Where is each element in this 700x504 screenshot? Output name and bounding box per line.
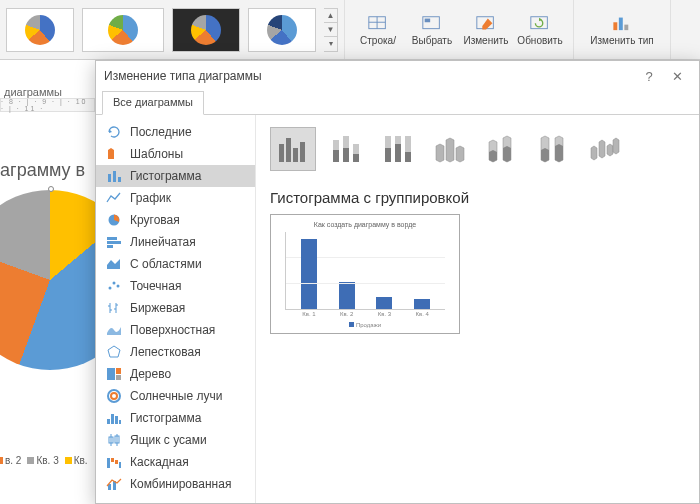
legend-swatch-icon	[349, 322, 354, 327]
svg-rect-46	[286, 138, 291, 162]
refresh-data-button[interactable]: Обновить	[515, 2, 565, 57]
preview-bar: Кв. 4	[414, 299, 430, 309]
select-data-icon	[421, 14, 443, 34]
scroll-down-icon[interactable]: ▼	[324, 23, 337, 37]
chart-type-stock[interactable]: Биржевая	[96, 297, 255, 319]
chart-type-label: Гистограмма	[130, 411, 201, 425]
svg-rect-58	[395, 144, 401, 162]
dialog-tabbar: Все диаграммы	[96, 91, 699, 115]
svg-rect-31	[107, 419, 110, 424]
chart-type-radar[interactable]: Лепестковая	[96, 341, 255, 363]
svg-rect-7	[613, 22, 617, 30]
legend-swatch-icon	[27, 457, 34, 464]
chart-type-label: Солнечные лучи	[130, 389, 222, 403]
style-thumb-2[interactable]	[82, 8, 164, 52]
subtype-100pct-stacked-column[interactable]	[374, 127, 420, 171]
change-chart-type-label: Изменить тип	[590, 36, 653, 46]
dialog-titlebar[interactable]: Изменение типа диаграммы ? ✕	[96, 61, 699, 91]
tree-icon	[106, 367, 122, 381]
change-chart-type-dialog: Изменение типа диаграммы ? ✕ Все диаграм…	[95, 60, 700, 504]
chart-type-area[interactable]: С областями	[96, 253, 255, 275]
switch-row-col-button[interactable]: Строка/	[353, 2, 403, 57]
style-thumb-3[interactable]	[172, 8, 240, 52]
chart-type-label: График	[130, 191, 171, 205]
chart-type-label: Каскадная	[130, 455, 189, 469]
chart-type-label: Ящик с усами	[130, 433, 207, 447]
chart-type-histogram[interactable]: Гистограмма	[96, 407, 255, 429]
dialog-close-button[interactable]: ✕	[663, 69, 691, 84]
subtype-title: Гистограмма с группировкой	[270, 189, 685, 206]
svg-point-19	[117, 285, 120, 288]
style-gallery-scroller[interactable]: ▲ ▼ ▾	[324, 8, 338, 52]
waterfall-icon	[106, 455, 122, 469]
preview-x-label: Кв. 2	[340, 311, 353, 317]
chart-preview[interactable]: Как создать диаграмму в ворде Кв. 1Кв. 2…	[270, 214, 460, 334]
chart-type-boxwhisk[interactable]: Ящик с усами	[96, 429, 255, 451]
chart-type-scatter[interactable]: Точечная	[96, 275, 255, 297]
tab-all-charts[interactable]: Все диаграммы	[102, 91, 204, 115]
recent-icon	[106, 125, 122, 139]
preview-bar: Кв. 2	[339, 282, 355, 309]
ribbon-data-group: Строка/ Выбрать Изменить Обновить	[345, 0, 574, 59]
chart-title-fragment[interactable]: иаграмму в	[0, 160, 85, 181]
preview-x-label: Кв. 1	[302, 311, 315, 317]
svg-rect-9	[624, 24, 628, 29]
subtype-3d-clustered-column[interactable]	[426, 127, 472, 171]
chart-type-templates[interactable]: Шаблоны	[96, 143, 255, 165]
svg-rect-56	[385, 148, 391, 162]
subtype-clustered-column[interactable]	[270, 127, 316, 171]
subtype-3d-column[interactable]	[582, 127, 628, 171]
chart-type-combo[interactable]: Комбинированная	[96, 473, 255, 495]
svg-rect-11	[113, 171, 116, 182]
select-data-label: Выбрать	[412, 36, 452, 46]
style-thumb-1[interactable]	[6, 8, 74, 52]
chart-type-tree[interactable]: Дерево	[96, 363, 255, 385]
dialog-help-button[interactable]: ?	[635, 69, 663, 84]
subtype-3d-100pct-stacked-column[interactable]	[530, 127, 576, 171]
chart-type-label: С областями	[130, 257, 202, 271]
chart-type-sunburst[interactable]: Солнечные лучи	[96, 385, 255, 407]
radar-icon	[106, 345, 122, 359]
chart-type-surface[interactable]: Поверхностная	[96, 319, 255, 341]
svg-point-29	[108, 390, 120, 402]
svg-rect-32	[111, 414, 114, 424]
svg-rect-41	[115, 460, 118, 464]
chart-type-label: Биржевая	[130, 301, 185, 315]
gallery-expand-icon[interactable]: ▾	[324, 37, 337, 50]
bar-icon	[106, 235, 122, 249]
svg-rect-47	[293, 148, 298, 162]
select-data-button[interactable]: Выбрать	[407, 2, 457, 57]
chart-type-label: Поверхностная	[130, 323, 215, 337]
combo-icon	[106, 477, 122, 491]
style-thumb-4[interactable]	[248, 8, 316, 52]
area-icon	[106, 257, 122, 271]
chart-handle-n[interactable]	[48, 186, 54, 192]
subtype-row	[270, 127, 685, 171]
edit-data-button[interactable]: Изменить	[461, 2, 511, 57]
subtype-stacked-column[interactable]	[322, 127, 368, 171]
chart-type-label: Круговая	[130, 213, 180, 227]
svg-rect-26	[107, 368, 115, 380]
svg-point-18	[113, 282, 116, 285]
subtype-3d-stacked-column[interactable]	[478, 127, 524, 171]
scroll-up-icon[interactable]: ▲	[324, 9, 337, 23]
chart-type-line[interactable]: График	[96, 187, 255, 209]
chart-type-bar[interactable]: Линейчатая	[96, 231, 255, 253]
svg-rect-39	[107, 458, 110, 468]
chart-type-pie[interactable]: Круговая	[96, 209, 255, 231]
line-icon	[106, 191, 122, 205]
ribbon: ▲ ▼ ▾ Строка/ Выбрать Изменить	[0, 0, 700, 60]
chart-type-waterfall[interactable]: Каскадная	[96, 451, 255, 473]
chart-type-recent[interactable]: Последние	[96, 121, 255, 143]
pie-legend: в. 2Кв. 3Кв.	[0, 455, 88, 466]
svg-rect-60	[405, 152, 411, 162]
switch-row-col-label: Строка/	[360, 36, 396, 46]
preview-x-label: Кв. 3	[378, 311, 391, 317]
svg-rect-50	[333, 150, 339, 162]
preview-title: Как создать диаграмму в ворде	[279, 221, 451, 228]
chart-type-label: Линейчатая	[130, 235, 196, 249]
chart-type-column[interactable]: Гистограмма	[96, 165, 255, 187]
preview-legend-label: Продажи	[356, 322, 381, 328]
change-chart-type-button[interactable]: Изменить тип	[582, 2, 662, 57]
svg-rect-8	[619, 17, 623, 30]
